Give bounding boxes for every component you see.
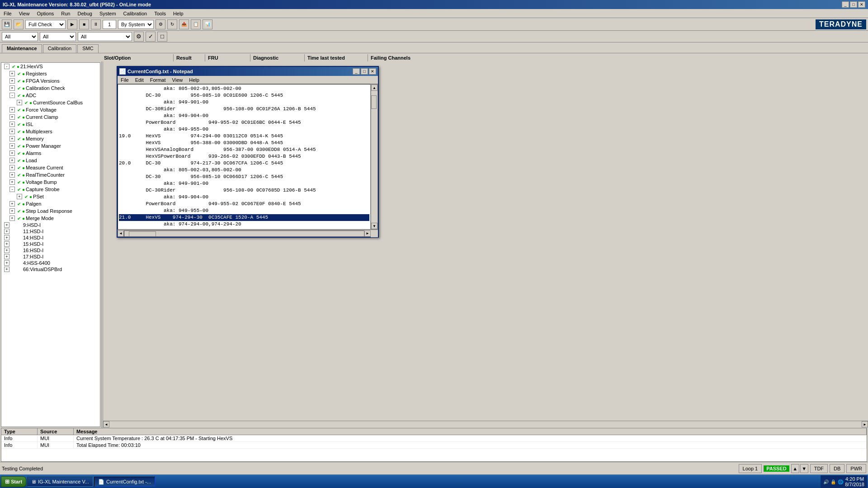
filter3-select[interactable]: All (78, 32, 132, 41)
tree-item-steploadresponse[interactable]: + ✔ ● Step Load Response (1, 207, 100, 215)
expand-palgen[interactable]: + (9, 201, 15, 206)
notepad-scroll-down-btn[interactable]: ▼ (371, 223, 377, 229)
save-button[interactable]: 💾 (2, 19, 12, 29)
tree-item-measurecurrent[interactable]: + ✔ ● Measure Current (1, 164, 100, 171)
expand-forcevoltage[interactable]: + (9, 107, 15, 113)
notepad-menu-view[interactable]: View (171, 77, 184, 83)
tree-item-14hsdi[interactable]: + 14:HSD-I (1, 235, 100, 241)
col-header-failing[interactable]: Failing Channels (368, 54, 867, 61)
tree-item-11hsdi[interactable]: + 11:HSD-I (1, 228, 100, 235)
menu-file[interactable]: File (2, 10, 14, 17)
start-button[interactable]: ⊞ Start (1, 476, 26, 487)
notepad-maximize-button[interactable]: □ (361, 68, 368, 75)
expand-realtimecounter[interactable]: + (9, 172, 15, 178)
expand-measurecurrent[interactable]: + (9, 165, 15, 170)
notepad-scroll-left-btn[interactable]: ◄ (118, 230, 124, 237)
tree-item-pset[interactable]: + ✔ ● PSet (1, 193, 100, 200)
menu-view[interactable]: View (17, 10, 32, 17)
notepad-hscrollbar[interactable]: ◄ ► (118, 230, 378, 237)
tdf-button[interactable]: TDF (810, 464, 828, 473)
expand-steploadresponse[interactable]: + (9, 208, 15, 214)
expand-mergemode[interactable]: + (9, 216, 15, 221)
expand-multiplexers[interactable]: + (9, 129, 15, 134)
expand-load[interactable]: + (9, 158, 15, 163)
loop-button[interactable]: Loop 1 (739, 464, 762, 473)
hscroll-right-btn[interactable]: ► (862, 421, 868, 427)
loop-count-input[interactable] (103, 20, 116, 29)
filter1-select[interactable]: All (2, 32, 38, 41)
export-button[interactable]: 📤 (179, 19, 189, 29)
tab-calibration[interactable]: Calibration (43, 44, 77, 53)
right-panel-hscroll[interactable]: ◄ ► (103, 421, 868, 428)
col-header-fru[interactable]: FRU (205, 54, 250, 61)
expand-14hsdi[interactable]: + (4, 235, 9, 240)
run-button[interactable]: ▶ (67, 19, 77, 29)
menu-options[interactable]: Options (35, 10, 56, 17)
menu-tools[interactable]: Tools (152, 10, 168, 17)
pwr-button[interactable]: PWR (846, 464, 866, 473)
tree-item-isl[interactable]: + ✔ ● ISL (1, 121, 100, 128)
expand-memory[interactable]: + (9, 136, 15, 141)
expand-4hss6400[interactable]: + (4, 260, 9, 266)
expand-11hsdi[interactable]: + (4, 229, 9, 234)
check-mode-select[interactable]: Full Check Quick Check (25, 20, 66, 29)
notepad-hscroll-thumb[interactable] (129, 231, 156, 237)
expand-isl[interactable]: + (9, 122, 15, 127)
tree-item-forcevoltage[interactable]: + ✔ ● Force Voltage (1, 106, 100, 113)
expand-currentclamp[interactable]: + (9, 114, 15, 120)
stop-button[interactable]: ■ (79, 19, 89, 29)
taskbar-app-igxl[interactable]: 🖥 IG-XL Maintenance V... (27, 477, 93, 487)
filter-uncheck-button[interactable]: □ (157, 32, 167, 42)
filter-check-button[interactable]: ✓ (146, 32, 156, 42)
tree-item-calibcheck[interactable]: + ✔ ● Calibration Check (1, 84, 100, 92)
run-mode-select[interactable]: By System By Test (118, 20, 154, 29)
tree-item-registers[interactable]: + ✔ ● Registers (1, 70, 100, 77)
notepad-content[interactable]: aka: 805-002-03,805-002-00 DC-30 956-085… (118, 84, 371, 230)
expand-voltagebump[interactable]: + (9, 179, 15, 185)
expand-15hsdi[interactable]: + (4, 241, 9, 247)
hscroll-left-btn[interactable]: ◄ (103, 421, 109, 427)
col-header-slot[interactable]: Slot/Option (101, 54, 174, 61)
expand-pset[interactable]: + (17, 194, 22, 199)
expand-powermanager[interactable]: + (9, 143, 15, 149)
tree-item-capturestrobe[interactable]: - ✔ ● Capture Strobe (1, 186, 100, 193)
expand-21hexvs[interactable]: - (4, 64, 9, 69)
tree-item-palgen[interactable]: + ✔ ● Palgen (1, 200, 100, 207)
tree-item-66virtualdspbrd[interactable]: + 66:VirtualDSPBrd (1, 266, 100, 272)
tree-item-currentsource[interactable]: + ✔ ● CurrentSource CalBus (1, 99, 100, 106)
db-button[interactable]: DB (830, 464, 844, 473)
tree-item-17hsdi[interactable]: + 17:HSD-I (1, 253, 100, 260)
notepad-minimize-button[interactable]: _ (353, 68, 360, 75)
menu-debug[interactable]: Debug (76, 10, 94, 17)
notepad-scroll-up-btn[interactable]: ▲ (371, 84, 377, 91)
tree-item-load[interactable]: + ✔ ● Load (1, 157, 100, 164)
tree-item-multiplexers[interactable]: + ✔ ● Multiplexers (1, 128, 100, 135)
extra-button[interactable]: 📊 (203, 19, 212, 29)
menu-help[interactable]: Help (171, 10, 185, 17)
tree-item-voltagebump[interactable]: + ✔ ● Voltage Bump (1, 178, 100, 186)
tree-item-21hexvs[interactable]: - ✔ ● 21:HexVS (1, 63, 100, 70)
calib-button[interactable]: ⚙ (156, 19, 165, 29)
down-button[interactable]: ▼ (800, 464, 808, 473)
close-button[interactable]: ✕ (858, 1, 865, 8)
expand-9hsdi[interactable]: + (4, 222, 9, 228)
expand-calibcheck[interactable]: + (9, 85, 15, 91)
notepad-menu-help[interactable]: Help (188, 77, 201, 83)
tree-item-16hsdi[interactable]: + 16:HSD-I (1, 247, 100, 253)
tree-item-adc[interactable]: - ✔ ● ADC (1, 92, 100, 99)
open-button[interactable]: 📂 (14, 19, 24, 29)
expand-currentsource[interactable]: + (17, 100, 22, 105)
menu-calibration[interactable]: Calibration (122, 10, 149, 17)
expand-fpgaversions[interactable]: + (9, 78, 15, 84)
col-header-result[interactable]: Result (174, 54, 205, 61)
menu-system[interactable]: System (98, 10, 118, 17)
config-button[interactable]: 📋 (191, 19, 201, 29)
expand-capturestrobe[interactable]: - (9, 187, 15, 192)
tab-maintenance[interactable]: Maintenance (2, 44, 42, 53)
expand-17hsdi[interactable]: + (4, 254, 9, 259)
tree-item-mergemode[interactable]: + ✔ ● Merge Mode (1, 215, 100, 222)
expand-16hsdi[interactable]: + (4, 248, 9, 253)
tab-smc[interactable]: SMC (77, 44, 98, 53)
menu-run[interactable]: Run (59, 10, 72, 17)
filter-settings-button[interactable]: ⚙ (134, 32, 144, 42)
